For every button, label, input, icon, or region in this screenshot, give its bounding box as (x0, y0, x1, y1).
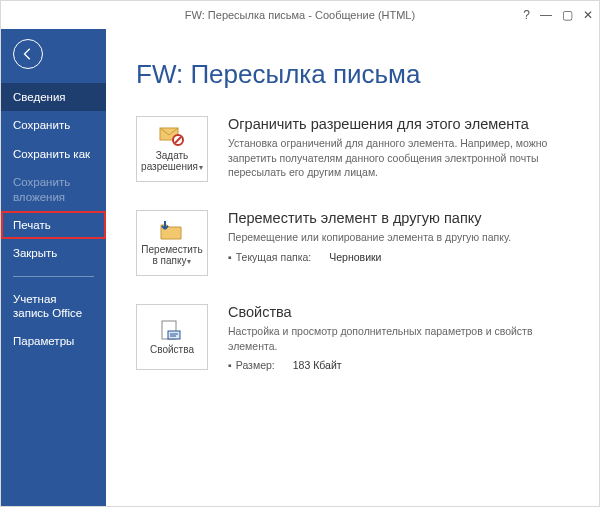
tile-label: Свойства (148, 344, 196, 355)
sidebar-separator (13, 276, 94, 277)
size-row: ▪Размер: 183 Кбайт (228, 359, 573, 371)
section-description: Установка ограничений для данного элемен… (228, 136, 573, 180)
main-panel: FW: Пересылка письма Задать разрешения▾ … (106, 29, 599, 506)
current-folder-row: ▪Текущая папка: Черновики (228, 251, 573, 263)
sidebar-item-label: Учетная запись Office (13, 293, 82, 319)
section-properties: Свойства Свойства Настройка и просмотр д… (136, 304, 573, 371)
minimize-button[interactable]: — (540, 9, 552, 21)
sidebar-item-label: Сохранить (13, 119, 70, 131)
help-button[interactable]: ? (523, 9, 530, 21)
sidebar-item-label: Печать (13, 219, 51, 231)
set-permissions-button[interactable]: Задать разрешения▾ (136, 116, 208, 182)
move-to-folder-button[interactable]: Переместить в папку▾ (136, 210, 208, 276)
section-title: Свойства (228, 304, 573, 320)
sidebar-item-label: Параметры (13, 335, 74, 347)
sidebar-item-label: Сохранить как (13, 148, 90, 160)
section-title: Переместить элемент в другую папку (228, 210, 573, 226)
sidebar-item-label: Закрыть (13, 247, 57, 259)
sidebar-item-save-attachments: Сохранить вложения (1, 168, 106, 211)
close-button[interactable]: ✕ (583, 9, 593, 21)
current-folder-value: Черновики (329, 251, 381, 263)
page-title: FW: Пересылка письма (136, 59, 573, 90)
sidebar-item-print[interactable]: Печать (1, 211, 106, 239)
tile-label: Задать разрешения▾ (137, 150, 207, 173)
properties-button[interactable]: Свойства (136, 304, 208, 370)
section-move: Переместить в папку▾ Переместить элемент… (136, 210, 573, 276)
window-controls: ? — ▢ ✕ (523, 1, 593, 29)
backstage-sidebar: Сведения Сохранить Сохранить как Сохрани… (1, 29, 106, 506)
properties-icon (159, 319, 185, 341)
envelope-restrict-icon (159, 125, 185, 147)
tile-label: Переместить в папку▾ (137, 244, 207, 267)
arrow-left-icon (21, 47, 35, 61)
sidebar-item-label: Сведения (13, 91, 66, 103)
maximize-button[interactable]: ▢ (562, 9, 573, 21)
back-button[interactable] (13, 39, 43, 69)
sidebar-item-close[interactable]: Закрыть (1, 239, 106, 267)
sidebar-item-save[interactable]: Сохранить (1, 111, 106, 139)
sidebar-item-label: Сохранить вложения (13, 176, 70, 202)
section-description: Перемещение или копирование элемента в д… (228, 230, 573, 245)
window-title: FW: Пересылка письма - Сообщение (HTML) (185, 9, 415, 21)
svg-rect-4 (168, 331, 180, 339)
folder-move-icon (159, 219, 185, 241)
section-permissions: Задать разрешения▾ Ограничить разрешения… (136, 116, 573, 182)
sidebar-item-account[interactable]: Учетная запись Office (1, 285, 106, 328)
section-title: Ограничить разрешения для этого элемента (228, 116, 573, 132)
sidebar-item-save-as[interactable]: Сохранить как (1, 140, 106, 168)
section-description: Настройка и просмотр дополнительных пара… (228, 324, 573, 353)
size-value: 183 Кбайт (293, 359, 342, 371)
title-bar: FW: Пересылка письма - Сообщение (HTML) … (1, 1, 599, 29)
sidebar-item-info[interactable]: Сведения (1, 83, 106, 111)
sidebar-item-options[interactable]: Параметры (1, 327, 106, 355)
